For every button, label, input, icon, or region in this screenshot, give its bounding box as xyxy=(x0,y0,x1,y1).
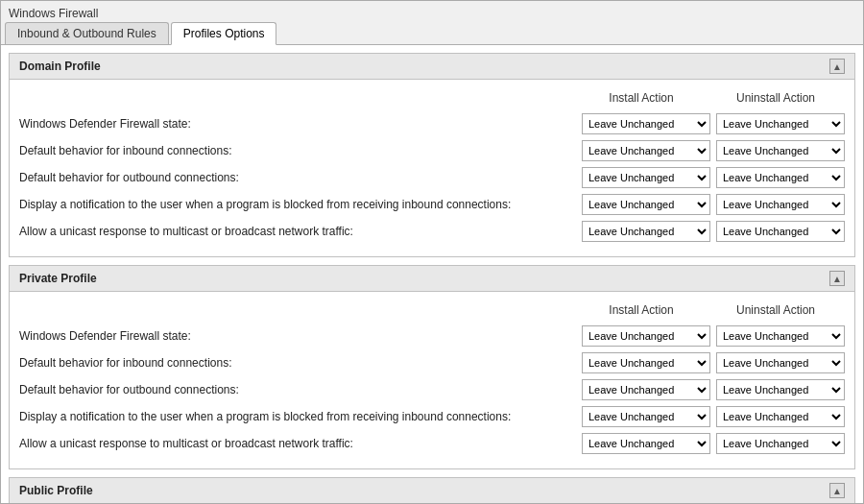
row-selects-domain-profile-1: Leave UnchangedEnableDisableAllowBlockLe… xyxy=(582,140,845,161)
col-uninstall-header-domain-profile: Uninstall Action xyxy=(708,91,843,105)
section-title-domain-profile: Domain Profile xyxy=(19,60,101,73)
col-install-header-domain-profile: Install Action xyxy=(574,91,708,105)
uninstall-select-domain-profile-2[interactable]: Leave UnchangedEnableDisableAllowBlock xyxy=(716,167,845,188)
row-label-domain-profile-4: Allow a unicast response to multicast or… xyxy=(19,225,582,238)
uninstall-select-private-profile-2[interactable]: Leave UnchangedEnableDisableAllowBlock xyxy=(716,379,845,400)
table-row: Display a notification to the user when … xyxy=(19,191,845,218)
row-selects-private-profile-0: Leave UnchangedEnableDisableAllowBlockLe… xyxy=(582,325,845,347)
uninstall-select-private-profile-3[interactable]: Leave UnchangedEnableDisableAllowBlock xyxy=(716,406,845,427)
section-scroll-domain-profile[interactable]: ▲ xyxy=(829,59,845,74)
tab-inbound-outbound[interactable]: Inbound & Outbound Rules xyxy=(5,22,169,44)
install-select-domain-profile-3[interactable]: Leave UnchangedEnableDisableAllowBlock xyxy=(582,194,710,215)
row-selects-private-profile-2: Leave UnchangedEnableDisableAllowBlockLe… xyxy=(582,379,845,400)
row-label-private-profile-3: Display a notification to the user when … xyxy=(19,410,582,423)
table-row: Default behavior for outbound connection… xyxy=(19,376,845,403)
row-selects-domain-profile-4: Leave UnchangedEnableDisableAllowBlockLe… xyxy=(582,221,845,242)
section-header-private-profile: Private Profile▲ xyxy=(10,266,854,292)
table-row: Default behavior for inbound connections… xyxy=(19,137,845,164)
col-uninstall-header-private-profile: Uninstall Action xyxy=(708,303,843,317)
table-row: Allow a unicast response to multicast or… xyxy=(19,218,845,245)
uninstall-select-private-profile-1[interactable]: Leave UnchangedEnableDisableAllowBlock xyxy=(716,352,845,373)
table-row: Display a notification to the user when … xyxy=(19,403,845,430)
section-header-public-profile: Public Profile▲ xyxy=(10,478,854,503)
uninstall-select-domain-profile-3[interactable]: Leave UnchangedEnableDisableAllowBlock xyxy=(716,194,845,215)
section-scroll-public-profile[interactable]: ▲ xyxy=(829,483,845,498)
row-selects-private-profile-4: Leave UnchangedEnableDisableAllowBlockLe… xyxy=(582,433,845,454)
row-selects-domain-profile-3: Leave UnchangedEnableDisableAllowBlockLe… xyxy=(582,194,845,215)
col-install-header-private-profile: Install Action xyxy=(574,303,708,317)
install-select-private-profile-1[interactable]: Leave UnchangedEnableDisableAllowBlock xyxy=(582,352,710,373)
install-select-private-profile-4[interactable]: Leave UnchangedEnableDisableAllowBlock xyxy=(582,433,710,454)
section-domain-profile: Domain Profile▲Install ActionUninstall A… xyxy=(9,53,855,257)
main-content: Domain Profile▲Install ActionUninstall A… xyxy=(1,45,863,503)
row-selects-private-profile-1: Leave UnchangedEnableDisableAllowBlockLe… xyxy=(582,352,845,373)
install-select-domain-profile-1[interactable]: Leave UnchangedEnableDisableAllowBlock xyxy=(582,140,710,161)
tabs-bar: Inbound & Outbound Rules Profiles Option… xyxy=(1,22,863,45)
title-bar: Windows Firewall xyxy=(1,1,863,22)
uninstall-select-private-profile-4[interactable]: Leave UnchangedEnableDisableAllowBlock xyxy=(716,433,845,454)
uninstall-select-domain-profile-1[interactable]: Leave UnchangedEnableDisableAllowBlock xyxy=(716,140,845,161)
section-scroll-private-profile[interactable]: ▲ xyxy=(829,271,845,286)
window-title: Windows Firewall xyxy=(9,7,98,20)
row-selects-domain-profile-0: Leave UnchangedEnableDisableAllowBlockLe… xyxy=(582,113,845,134)
table-row: Windows Defender Firewall state:Leave Un… xyxy=(19,323,845,349)
section-header-domain-profile: Domain Profile▲ xyxy=(10,54,854,80)
uninstall-select-domain-profile-0[interactable]: Leave UnchangedEnableDisableAllowBlock xyxy=(716,113,845,134)
install-select-private-profile-0[interactable]: Leave UnchangedEnableDisableAllowBlock xyxy=(582,325,710,347)
install-select-private-profile-2[interactable]: Leave UnchangedEnableDisableAllowBlock xyxy=(582,379,710,400)
row-label-domain-profile-1: Default behavior for inbound connections… xyxy=(19,144,582,157)
uninstall-select-private-profile-0[interactable]: Leave UnchangedEnableDisableAllowBlock xyxy=(716,325,845,347)
section-title-private-profile: Private Profile xyxy=(19,272,97,285)
row-label-private-profile-2: Default behavior for outbound connection… xyxy=(19,383,582,396)
window: Windows Firewall Inbound & Outbound Rule… xyxy=(0,0,864,504)
table-row: Windows Defender Firewall state:Leave Un… xyxy=(19,110,845,137)
row-selects-private-profile-3: Leave UnchangedEnableDisableAllowBlockLe… xyxy=(582,406,845,427)
row-label-domain-profile-3: Display a notification to the user when … xyxy=(19,198,582,211)
section-title-public-profile: Public Profile xyxy=(19,484,93,497)
install-select-domain-profile-2[interactable]: Leave UnchangedEnableDisableAllowBlock xyxy=(582,167,710,188)
section-public-profile: Public Profile▲ xyxy=(9,477,855,503)
col-headers-private-profile: Install ActionUninstall Action xyxy=(19,300,843,323)
uninstall-select-domain-profile-4[interactable]: Leave UnchangedEnableDisableAllowBlock xyxy=(716,221,845,242)
table-row: Default behavior for outbound connection… xyxy=(19,164,845,191)
row-label-domain-profile-2: Default behavior for outbound connection… xyxy=(19,171,582,184)
row-label-private-profile-1: Default behavior for inbound connections… xyxy=(19,356,582,370)
install-select-domain-profile-0[interactable]: Leave UnchangedEnableDisableAllowBlock xyxy=(582,113,710,134)
tab-profiles-options[interactable]: Profiles Options xyxy=(171,22,277,45)
row-selects-domain-profile-2: Leave UnchangedEnableDisableAllowBlockLe… xyxy=(582,167,845,188)
row-label-private-profile-0: Windows Defender Firewall state: xyxy=(19,329,582,343)
section-body-domain-profile: Install ActionUninstall ActionWindows De… xyxy=(10,80,854,256)
row-label-domain-profile-0: Windows Defender Firewall state: xyxy=(19,117,582,131)
col-headers-domain-profile: Install ActionUninstall Action xyxy=(19,87,843,110)
table-row: Default behavior for inbound connections… xyxy=(19,349,845,376)
section-private-profile: Private Profile▲Install ActionUninstall … xyxy=(9,265,855,469)
install-select-domain-profile-4[interactable]: Leave UnchangedEnableDisableAllowBlock xyxy=(582,221,710,242)
section-body-private-profile: Install ActionUninstall ActionWindows De… xyxy=(10,292,854,468)
table-row: Allow a unicast response to multicast or… xyxy=(19,430,845,457)
row-label-private-profile-4: Allow a unicast response to multicast or… xyxy=(19,437,582,450)
install-select-private-profile-3[interactable]: Leave UnchangedEnableDisableAllowBlock xyxy=(582,406,710,427)
